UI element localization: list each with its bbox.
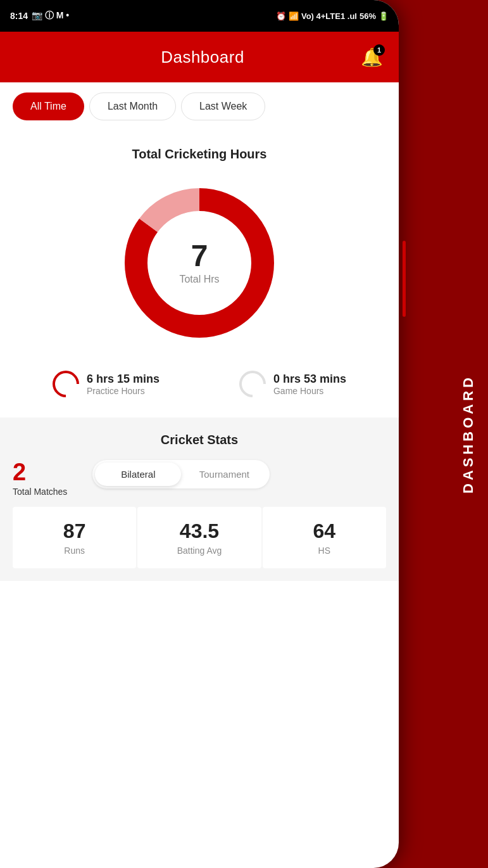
practice-ring-icon	[47, 365, 84, 402]
alarm-icon: ⏰	[276, 11, 286, 21]
practice-hours-label: Practice Hours	[87, 386, 160, 396]
cricket-stats-section: Cricket Stats 2 Total Matches Bilateral …	[0, 418, 399, 581]
battery-icon: 🔋	[379, 11, 389, 21]
cricket-hours-title: Total Cricketing Hours	[13, 147, 386, 162]
notification-bell-button[interactable]: 🔔 1	[358, 43, 386, 71]
filter-tabs-container: All Time Last Month Last Week	[0, 82, 399, 131]
status-bar: 8:14 📷 ⓘ M • ⏰ 📶 Vo) 4+LTE1 .ul 56% 🔋	[0, 0, 399, 32]
signal-text: Vo) 4+LTE1 .ul	[301, 11, 357, 21]
app-header: Dashboard 🔔 1	[0, 32, 399, 82]
status-icons: 📷 ⓘ M •	[32, 10, 69, 22]
game-ring-icon	[234, 365, 271, 402]
status-left: 8:14 📷 ⓘ M •	[10, 10, 69, 22]
page-title: Dashboard	[161, 48, 244, 67]
stats-grid: 87 Runs 43.5 Batting Avg 64 HS	[13, 507, 386, 568]
tab-all-time[interactable]: All Time	[13, 93, 84, 120]
total-matches-label: Total Matches	[13, 487, 67, 497]
donut-chart-container: 7 Total Hrs	[13, 174, 386, 352]
red-vertical-bar	[403, 241, 406, 317]
batting-avg-label: Batting Avg	[147, 546, 251, 556]
batting-avg-stat-card: 43.5 Batting Avg	[137, 507, 261, 568]
phone-frame: 8:14 📷 ⓘ M • ⏰ 📶 Vo) 4+LTE1 .ul 56% 🔋 Da…	[0, 0, 399, 868]
bilateral-toggle-button[interactable]: Bilateral	[95, 463, 181, 486]
cricket-stats-title: Cricket Stats	[13, 433, 386, 447]
dashboard-side-label: DASHBOARD	[460, 374, 477, 494]
tournament-toggle-button[interactable]: Tournament	[181, 463, 267, 486]
battery-display: 56%	[360, 11, 376, 21]
donut-chart: 7 Total Hrs	[111, 174, 288, 352]
runs-stat-card: 87 Runs	[13, 507, 136, 568]
hours-stats-row: 6 hrs 15 mins Practice Hours 0 hrs 53 mi…	[13, 364, 386, 404]
game-hours-stat: 0 hrs 53 mins Game Hours	[239, 371, 346, 397]
game-hours-value: 0 hrs 53 mins	[273, 373, 346, 386]
game-hours-label: Game Hours	[273, 386, 346, 396]
runs-label: Runs	[23, 546, 126, 556]
total-matches-widget: 2 Total Matches	[13, 460, 67, 497]
hs-label: HS	[273, 546, 376, 556]
hs-value: 64	[273, 520, 376, 543]
notification-badge: 1	[373, 44, 385, 56]
batting-avg-value: 43.5	[147, 520, 251, 543]
time-display: 8:14	[10, 11, 28, 21]
match-type-toggle: Bilateral Tournament	[92, 460, 270, 488]
status-right: ⏰ 📶 Vo) 4+LTE1 .ul 56% 🔋	[276, 11, 389, 21]
tab-last-week[interactable]: Last Week	[181, 93, 265, 120]
hs-stat-card: 64 HS	[263, 507, 386, 568]
game-hours-info: 0 hrs 53 mins Game Hours	[273, 373, 346, 396]
total-matches-number: 2	[13, 460, 67, 484]
wifi-icon: 📶	[289, 11, 299, 21]
tab-last-month[interactable]: Last Month	[89, 93, 176, 120]
runs-value: 87	[23, 520, 126, 543]
practice-hours-value: 6 hrs 15 mins	[87, 373, 160, 386]
practice-hours-stat: 6 hrs 15 mins Practice Hours	[53, 371, 160, 397]
practice-hours-info: 6 hrs 15 mins Practice Hours	[87, 373, 160, 396]
donut-total-number: 7	[179, 241, 219, 271]
donut-total-label: Total Hrs	[179, 274, 219, 285]
donut-center: 7 Total Hrs	[179, 241, 219, 285]
cricket-hours-section: Total Cricketing Hours 7 Total Hrs	[0, 132, 399, 416]
stats-header-row: 2 Total Matches Bilateral Tournament	[13, 460, 386, 497]
